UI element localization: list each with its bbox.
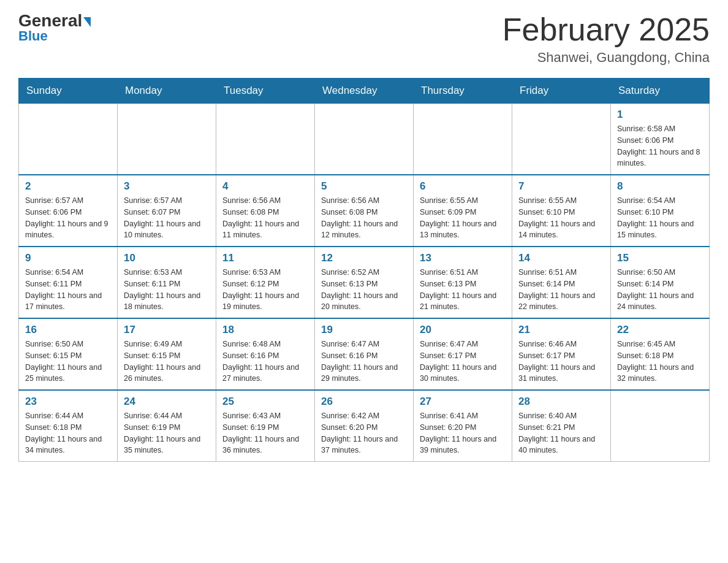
day-info: Sunrise: 6:43 AM Sunset: 6:19 PM Dayligh… [222, 410, 308, 456]
calendar-table: SundayMondayTuesdayWednesdayThursdayFrid… [18, 78, 710, 462]
logo-general: General [18, 12, 91, 29]
day-number: 7 [518, 180, 604, 193]
calendar-day-cell: 25Sunrise: 6:43 AM Sunset: 6:19 PM Dayli… [216, 390, 315, 462]
calendar-week-row: 9Sunrise: 6:54 AM Sunset: 6:11 PM Daylig… [19, 247, 710, 318]
day-number: 8 [617, 180, 703, 193]
day-info: Sunrise: 6:44 AM Sunset: 6:19 PM Dayligh… [124, 410, 210, 456]
calendar-day-cell [512, 104, 611, 175]
month-title: February 2025 [502, 12, 710, 47]
day-number: 12 [321, 252, 407, 264]
day-number: 9 [25, 252, 111, 264]
day-number: 24 [124, 396, 210, 408]
day-info: Sunrise: 6:54 AM Sunset: 6:11 PM Dayligh… [25, 267, 111, 313]
calendar-day-cell: 13Sunrise: 6:51 AM Sunset: 6:13 PM Dayli… [414, 247, 512, 318]
calendar-day-cell: 19Sunrise: 6:47 AM Sunset: 6:16 PM Dayli… [315, 318, 414, 390]
calendar-day-cell: 3Sunrise: 6:57 AM Sunset: 6:07 PM Daylig… [118, 175, 216, 247]
day-info: Sunrise: 6:47 AM Sunset: 6:17 PM Dayligh… [420, 339, 506, 385]
day-number: 16 [25, 324, 111, 336]
day-info: Sunrise: 6:50 AM Sunset: 6:15 PM Dayligh… [25, 339, 111, 385]
calendar-day-cell [118, 104, 216, 175]
title-block: February 2025 Shanwei, Guangdong, China [502, 12, 710, 66]
calendar-day-cell: 14Sunrise: 6:51 AM Sunset: 6:14 PM Dayli… [512, 247, 611, 318]
day-info: Sunrise: 6:46 AM Sunset: 6:17 PM Dayligh… [518, 339, 604, 385]
day-info: Sunrise: 6:48 AM Sunset: 6:16 PM Dayligh… [222, 339, 308, 385]
day-info: Sunrise: 6:58 AM Sunset: 6:06 PM Dayligh… [617, 123, 703, 169]
day-number: 6 [420, 180, 506, 193]
day-number: 22 [617, 324, 703, 336]
day-number: 4 [222, 180, 308, 193]
day-info: Sunrise: 6:53 AM Sunset: 6:11 PM Dayligh… [124, 267, 210, 313]
day-number: 28 [518, 396, 604, 408]
day-info: Sunrise: 6:53 AM Sunset: 6:12 PM Dayligh… [222, 267, 308, 313]
calendar-day-cell: 21Sunrise: 6:46 AM Sunset: 6:17 PM Dayli… [512, 318, 611, 390]
calendar-day-cell: 9Sunrise: 6:54 AM Sunset: 6:11 PM Daylig… [19, 247, 118, 318]
day-number: 18 [222, 324, 308, 336]
calendar-header-thursday: Thursday [414, 79, 512, 104]
logo-blue: Blue [18, 28, 48, 44]
day-number: 21 [518, 324, 604, 336]
calendar-header-row: SundayMondayTuesdayWednesdayThursdayFrid… [19, 79, 710, 104]
day-number: 1 [617, 109, 703, 121]
calendar-day-cell: 8Sunrise: 6:54 AM Sunset: 6:10 PM Daylig… [611, 175, 710, 247]
day-number: 3 [124, 180, 210, 193]
calendar-header-sunday: Sunday [19, 79, 118, 104]
calendar-day-cell [19, 104, 118, 175]
calendar-day-cell: 24Sunrise: 6:44 AM Sunset: 6:19 PM Dayli… [118, 390, 216, 462]
calendar-day-cell: 20Sunrise: 6:47 AM Sunset: 6:17 PM Dayli… [414, 318, 512, 390]
calendar-week-row: 16Sunrise: 6:50 AM Sunset: 6:15 PM Dayli… [19, 318, 710, 390]
day-number: 19 [321, 324, 407, 336]
calendar-day-cell: 5Sunrise: 6:56 AM Sunset: 6:08 PM Daylig… [315, 175, 414, 247]
day-info: Sunrise: 6:41 AM Sunset: 6:20 PM Dayligh… [420, 410, 506, 456]
day-number: 17 [124, 324, 210, 336]
day-number: 2 [25, 180, 111, 193]
day-info: Sunrise: 6:44 AM Sunset: 6:18 PM Dayligh… [25, 410, 111, 456]
calendar-day-cell [315, 104, 414, 175]
calendar-day-cell: 22Sunrise: 6:45 AM Sunset: 6:18 PM Dayli… [611, 318, 710, 390]
day-info: Sunrise: 6:55 AM Sunset: 6:09 PM Dayligh… [420, 195, 506, 241]
day-number: 25 [222, 396, 308, 408]
calendar-week-row: 1Sunrise: 6:58 AM Sunset: 6:06 PM Daylig… [19, 104, 710, 175]
day-info: Sunrise: 6:55 AM Sunset: 6:10 PM Dayligh… [518, 195, 604, 241]
calendar-day-cell [414, 104, 512, 175]
calendar-day-cell: 26Sunrise: 6:42 AM Sunset: 6:20 PM Dayli… [315, 390, 414, 462]
day-number: 14 [518, 252, 604, 264]
day-number: 5 [321, 180, 407, 193]
day-info: Sunrise: 6:57 AM Sunset: 6:07 PM Dayligh… [124, 195, 210, 241]
calendar-header-monday: Monday [118, 79, 216, 104]
calendar-header-saturday: Saturday [611, 79, 710, 104]
day-info: Sunrise: 6:47 AM Sunset: 6:16 PM Dayligh… [321, 339, 407, 385]
day-info: Sunrise: 6:54 AM Sunset: 6:10 PM Dayligh… [617, 195, 703, 241]
calendar-day-cell: 10Sunrise: 6:53 AM Sunset: 6:11 PM Dayli… [118, 247, 216, 318]
calendar-header-tuesday: Tuesday [216, 79, 315, 104]
calendar-day-cell: 12Sunrise: 6:52 AM Sunset: 6:13 PM Dayli… [315, 247, 414, 318]
calendar-day-cell: 2Sunrise: 6:57 AM Sunset: 6:06 PM Daylig… [19, 175, 118, 247]
calendar-day-cell: 15Sunrise: 6:50 AM Sunset: 6:14 PM Dayli… [611, 247, 710, 318]
day-info: Sunrise: 6:50 AM Sunset: 6:14 PM Dayligh… [617, 267, 703, 313]
day-number: 23 [25, 396, 111, 408]
day-info: Sunrise: 6:49 AM Sunset: 6:15 PM Dayligh… [124, 339, 210, 385]
day-number: 26 [321, 396, 407, 408]
day-number: 11 [222, 252, 308, 264]
calendar-day-cell: 16Sunrise: 6:50 AM Sunset: 6:15 PM Dayli… [19, 318, 118, 390]
calendar-day-cell: 17Sunrise: 6:49 AM Sunset: 6:15 PM Dayli… [118, 318, 216, 390]
day-number: 20 [420, 324, 506, 336]
calendar-day-cell: 11Sunrise: 6:53 AM Sunset: 6:12 PM Dayli… [216, 247, 315, 318]
day-info: Sunrise: 6:45 AM Sunset: 6:18 PM Dayligh… [617, 339, 703, 385]
day-number: 15 [617, 252, 703, 264]
day-info: Sunrise: 6:40 AM Sunset: 6:21 PM Dayligh… [518, 410, 604, 456]
calendar-week-row: 2Sunrise: 6:57 AM Sunset: 6:06 PM Daylig… [19, 175, 710, 247]
calendar-day-cell: 7Sunrise: 6:55 AM Sunset: 6:10 PM Daylig… [512, 175, 611, 247]
calendar-header-friday: Friday [512, 79, 611, 104]
calendar-week-row: 23Sunrise: 6:44 AM Sunset: 6:18 PM Dayli… [19, 390, 710, 462]
page-header: General Blue February 2025 Shanwei, Guan… [18, 12, 710, 66]
calendar-day-cell: 18Sunrise: 6:48 AM Sunset: 6:16 PM Dayli… [216, 318, 315, 390]
calendar-day-cell: 27Sunrise: 6:41 AM Sunset: 6:20 PM Dayli… [414, 390, 512, 462]
calendar-day-cell: 23Sunrise: 6:44 AM Sunset: 6:18 PM Dayli… [19, 390, 118, 462]
day-info: Sunrise: 6:42 AM Sunset: 6:20 PM Dayligh… [321, 410, 407, 456]
day-number: 10 [124, 252, 210, 264]
logo: General Blue [18, 12, 91, 44]
calendar-header-wednesday: Wednesday [315, 79, 414, 104]
day-info: Sunrise: 6:56 AM Sunset: 6:08 PM Dayligh… [321, 195, 407, 241]
calendar-day-cell: 4Sunrise: 6:56 AM Sunset: 6:08 PM Daylig… [216, 175, 315, 247]
day-info: Sunrise: 6:56 AM Sunset: 6:08 PM Dayligh… [222, 195, 308, 241]
